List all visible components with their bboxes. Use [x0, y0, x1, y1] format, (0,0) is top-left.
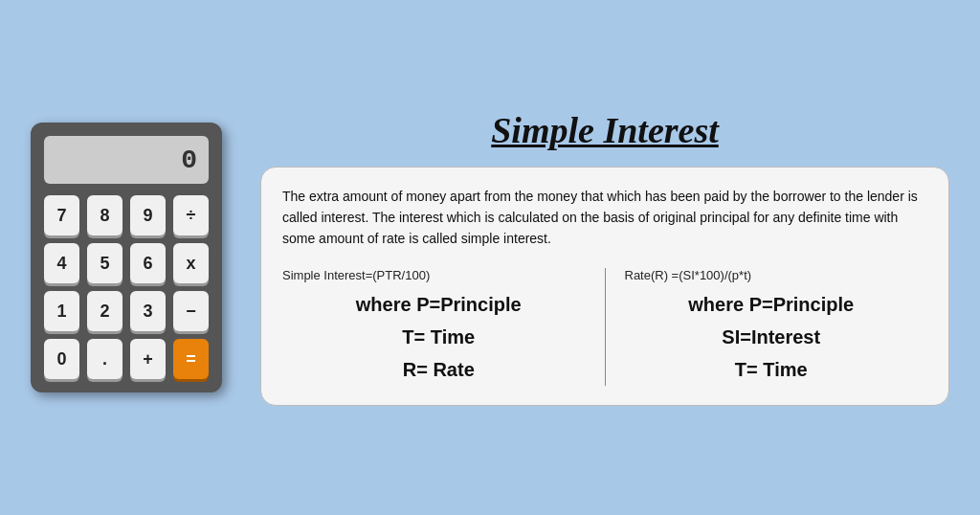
page-title: Simple Interest — [260, 109, 949, 151]
btn-1[interactable]: 1 — [44, 291, 79, 331]
btn-equals[interactable]: = — [173, 339, 209, 379]
calc-buttons: 7 8 9 ÷ 4 5 6 x 1 2 3 − 0 . + = — [44, 195, 209, 379]
btn-0[interactable]: 0 — [44, 339, 79, 379]
btn-2[interactable]: 2 — [87, 291, 122, 331]
btn-divide[interactable]: ÷ — [173, 195, 209, 235]
formula-left-line1: where P=Principle — [356, 294, 522, 315]
btn-7[interactable]: 7 — [44, 195, 79, 235]
formula-left-line2: T= Time — [402, 326, 475, 347]
formula-right-details: where P=Principle SI=Interest T= Time — [615, 288, 928, 386]
btn-3[interactable]: 3 — [130, 291, 166, 331]
calc-display: 0 — [44, 136, 209, 184]
formula-left-details: where P=Principle T= Time R= Rate — [282, 288, 595, 386]
btn-9[interactable]: 9 — [130, 195, 166, 235]
btn-dot[interactable]: . — [87, 339, 122, 379]
formula-left-line3: R= Rate — [403, 359, 475, 380]
btn-4[interactable]: 4 — [44, 243, 79, 283]
main-container: 0 7 8 9 ÷ 4 5 6 x 1 2 3 − 0 . + = Simple… — [31, 109, 949, 405]
formula-col-right: Rate(R) =(SI*100)/(p*t) where P=Principl… — [606, 268, 928, 386]
btn-add[interactable]: + — [130, 339, 166, 379]
right-panel: Simple Interest The extra amount of mone… — [260, 109, 949, 405]
formulas-row: Simple Interest=(PTR/100) where P=Princi… — [282, 267, 927, 386]
formula-right-header: Rate(R) =(SI*100)/(p*t) — [615, 268, 928, 282]
calculator: 0 7 8 9 ÷ 4 5 6 x 1 2 3 − 0 . + = — [31, 123, 222, 392]
formula-col-left: Simple Interest=(PTR/100) where P=Princi… — [282, 268, 606, 386]
btn-5[interactable]: 5 — [87, 243, 122, 283]
info-box: The extra amount of money apart from the… — [260, 167, 949, 405]
display-digit: 0 — [181, 146, 197, 175]
formula-right-line1: where P=Principle — [688, 294, 854, 315]
formula-right-line2: SI=Interest — [722, 326, 820, 347]
formula-right-line3: T= Time — [735, 359, 808, 380]
btn-multiply[interactable]: x — [173, 243, 209, 283]
btn-8[interactable]: 8 — [87, 195, 122, 235]
formula-left-header: Simple Interest=(PTR/100) — [282, 268, 595, 282]
btn-6[interactable]: 6 — [130, 243, 166, 283]
description-text: The extra amount of money apart from the… — [282, 187, 927, 249]
btn-subtract[interactable]: − — [173, 291, 209, 331]
